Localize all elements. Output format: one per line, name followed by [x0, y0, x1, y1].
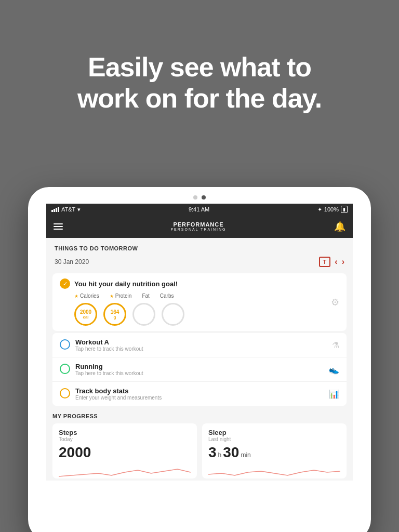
nutrition-circles: 2000 cal 164 g	[74, 303, 339, 326]
nutrition-settings-icon: ⚙	[331, 297, 339, 308]
hamburger-line	[54, 223, 63, 224]
nav-bar: PERFORMANCE PERSONAL TRAINING 🔔	[46, 215, 353, 238]
workout-icon-stats: 📊	[329, 389, 339, 399]
workout-info-a: Workout A Tap here to track this workout	[75, 338, 143, 352]
workout-circle-a	[60, 339, 70, 350]
hamburger-line	[54, 229, 63, 230]
sleep-value: 3 h 30 min	[208, 444, 340, 461]
hero-text: Easily see what to work on for the day.	[31, 26, 368, 130]
battery-text: 100%	[324, 206, 339, 212]
workout-icon-running: 👟	[329, 365, 339, 375]
steps-value: 2000	[59, 444, 191, 461]
date-nav: T ‹ ›	[319, 257, 344, 267]
carbs-label: Carbs	[160, 293, 174, 299]
bluetooth-icon: ✦	[317, 206, 322, 213]
workout-circle-stats	[60, 388, 70, 398]
workout-name-running: Running	[75, 363, 143, 370]
phone-mockup: AT&T ▾ 9:41 AM ✦ 100% ▮ PERFORMANCE PERS…	[28, 187, 371, 532]
workout-sub-a: Tap here to track this workout	[75, 346, 143, 352]
brand-logo: PERFORMANCE PERSONAL TRAINING	[170, 221, 226, 232]
app-content: THINGS TO DO TOMORROW 30 Jan 2020 T ‹ › …	[46, 238, 353, 481]
date-row: 30 Jan 2020 T ‹ ›	[46, 254, 353, 271]
workout-name-a: Workout A	[75, 338, 143, 346]
steps-card: Steps Today 2000	[52, 423, 197, 478]
sleep-card-sub: Last night	[208, 436, 340, 442]
status-bar: AT&T ▾ 9:41 AM ✦ 100% ▮	[46, 204, 353, 215]
fat-label: Fat	[142, 293, 149, 299]
goal-text: You hit your daily nutrition goal!	[74, 280, 178, 288]
dot-2	[202, 195, 206, 200]
status-left: AT&T ▾	[51, 206, 81, 213]
goal-check-icon: ✓	[60, 278, 70, 289]
calories-circle: 2000 cal	[74, 303, 97, 326]
workout-circle-running	[60, 364, 70, 374]
sleep-mini-chart	[208, 464, 340, 478]
section-header: THINGS TO DO TOMORROW	[46, 238, 353, 254]
steps-mini-chart	[59, 464, 191, 478]
time-text: 9:41 AM	[189, 206, 209, 212]
hero-section: Easily see what to work on for the day.	[0, 0, 399, 140]
protein-circle: 164 g	[103, 303, 126, 326]
carbs-circle	[162, 303, 184, 326]
wifi-icon: ▾	[77, 206, 81, 213]
phone-screen: AT&T ▾ 9:41 AM ✦ 100% ▮ PERFORMANCE PERS…	[46, 204, 353, 481]
fat-circle	[132, 303, 155, 326]
progress-section: MY PROGRESS Steps Today 2000	[46, 408, 353, 481]
today-button[interactable]: T	[319, 257, 331, 267]
steps-card-title: Steps	[59, 429, 191, 436]
workout-row-a[interactable]: Workout A Tap here to track this workout…	[52, 333, 347, 357]
next-date-button[interactable]: ›	[342, 257, 344, 267]
workout-row-running[interactable]: Running Tap here to track this workout 👟	[52, 357, 347, 381]
pagination-dots	[28, 187, 371, 204]
hamburger-line	[54, 226, 63, 227]
signal-bars-icon	[51, 207, 59, 212]
workout-info-running: Running Tap here to track this workout	[75, 363, 143, 376]
status-right: ✦ 100% ▮	[317, 206, 348, 213]
progress-title: MY PROGRESS	[52, 413, 347, 419]
battery-icon: ▮	[341, 206, 348, 213]
nutrition-labels: ★ Calories ★ Protein Fat Carbs	[74, 293, 339, 299]
carrier-text: AT&T	[61, 206, 75, 212]
workouts-container: Workout A Tap here to track this workout…	[52, 333, 347, 406]
workout-sub-stats: Enter your weight and measurements	[75, 395, 162, 401]
nutrition-card[interactable]: ✓ You hit your daily nutrition goal! ★ C…	[52, 273, 347, 331]
hamburger-menu[interactable]	[54, 223, 63, 230]
workout-icon-a: ⚗	[332, 340, 339, 350]
workout-row-stats[interactable]: Track body stats Enter your weight and m…	[52, 381, 347, 406]
notification-bell-icon[interactable]: 🔔	[334, 221, 345, 232]
workout-name-stats: Track body stats	[75, 387, 162, 395]
section-title: THINGS TO DO TOMORROW	[55, 245, 344, 251]
goal-row: ✓ You hit your daily nutrition goal!	[60, 278, 339, 289]
sleep-card: Sleep Last night 3 h 30 min	[202, 423, 347, 478]
workout-sub-running: Tap here to track this workout	[75, 370, 143, 376]
date-text: 30 Jan 2020	[55, 258, 89, 265]
brand-sub-text: PERSONAL TRAINING	[170, 228, 226, 232]
progress-cards: Steps Today 2000 Sleep	[52, 423, 347, 478]
sleep-card-title: Sleep	[208, 429, 340, 436]
dot-1	[193, 195, 197, 200]
protein-label: ★ Protein	[110, 293, 132, 299]
calories-label: ★ Calories	[74, 293, 99, 299]
prev-date-button[interactable]: ‹	[335, 257, 337, 267]
brand-main-text: PERFORMANCE	[170, 221, 226, 228]
star-icon: ★	[74, 294, 78, 299]
star-icon: ★	[110, 294, 114, 299]
steps-card-sub: Today	[59, 436, 191, 442]
workout-info-stats: Track body stats Enter your weight and m…	[75, 387, 162, 401]
